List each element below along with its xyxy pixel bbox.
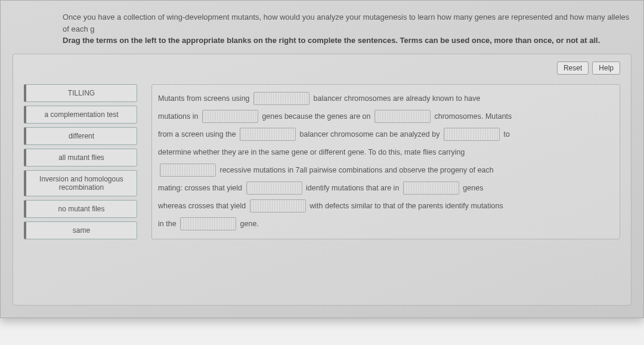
term-all-mutant-flies[interactable]: all mutant flies (24, 149, 137, 167)
text: whereas crosses that yield (158, 202, 246, 210)
term-no-mutant-files[interactable]: no mutant files (24, 200, 137, 218)
reset-button[interactable]: Reset (557, 61, 589, 75)
instructions: Once you have a collection of wing-devel… (1, 11, 643, 50)
text: from a screen using the (158, 130, 236, 138)
instruction-line2: Drag the terms on the left to the approp… (63, 36, 600, 45)
button-bar: Reset Help (557, 61, 620, 75)
blank-6[interactable] (160, 164, 216, 177)
blank-1[interactable] (253, 92, 309, 105)
term-complementation-test[interactable]: a complementation test (24, 106, 137, 124)
blank-5[interactable] (444, 128, 500, 141)
text: mutations in (158, 112, 198, 121)
text: recessive mutations in 7all pairwise com… (219, 166, 493, 174)
terms-column: TILLING a complementation test different… (24, 84, 137, 239)
blank-2[interactable] (202, 110, 258, 123)
urgent-caption: URGENT PLS (0, 318, 644, 346)
work-area: Reset Help TILLING a complementation tes… (13, 54, 631, 306)
text: determine whether they are in the same g… (158, 148, 465, 156)
blank-10[interactable] (180, 217, 236, 230)
text: chromosomes. Mutants (434, 112, 512, 121)
text: genes (463, 184, 483, 192)
text: balancer chromosomes are already known t… (314, 94, 481, 103)
text: to (503, 130, 509, 138)
instruction-line1: Once you have a collection of wing-devel… (63, 13, 629, 33)
text: genes because the genes are on (262, 112, 370, 121)
blank-7[interactable] (246, 181, 302, 195)
term-tilling[interactable]: TILLING (24, 84, 137, 102)
exercise-panel: Once you have a collection of wing-devel… (0, 0, 644, 318)
text: with defects similar to that of the pare… (309, 202, 503, 210)
blank-4[interactable] (240, 128, 296, 141)
text: Mutants from screens using (158, 94, 250, 103)
text: balancer chromosome can be analyzed by (300, 130, 440, 138)
text: gene. (240, 220, 259, 228)
help-button[interactable]: Help (592, 61, 620, 75)
sentence-box: Mutants from screens using balancer chro… (151, 84, 620, 239)
term-different[interactable]: different (24, 127, 137, 145)
blank-8[interactable] (403, 181, 459, 195)
text: identify mutations that are in (306, 184, 399, 192)
text: in the (158, 220, 177, 228)
term-inversion-recombination[interactable]: Inversion and homologous recombination (24, 170, 137, 196)
text: mating: crosses that yield (158, 184, 242, 192)
blank-9[interactable] (250, 199, 306, 212)
blank-3[interactable] (374, 110, 431, 123)
term-same[interactable]: same (24, 221, 137, 239)
